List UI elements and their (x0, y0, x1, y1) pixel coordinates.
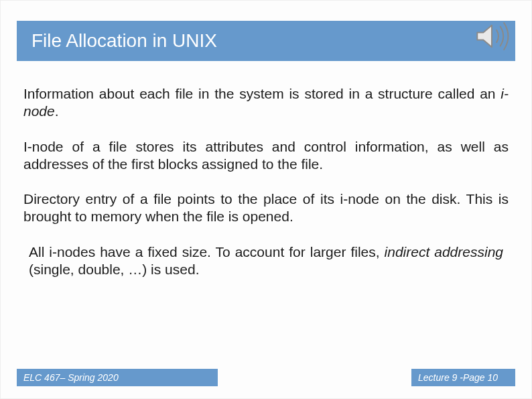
slide: File Allocation in UNIX Information abou… (0, 0, 532, 399)
speaker-icon (472, 17, 511, 56)
p1-text-a: Information about each file in the syste… (23, 86, 501, 101)
slide-body: Information about each file in the syste… (23, 85, 509, 296)
footer-right: Lecture 9 -Page 10 (411, 369, 515, 386)
p4-text-c: (single, double, …) is used. (29, 262, 199, 277)
paragraph-1: Information about each file in the syste… (23, 85, 509, 121)
paragraph-2: I-node of a file stores its attributes a… (23, 138, 509, 174)
p4-indirect-term: indirect addressing (385, 244, 503, 260)
footer-right-text: Lecture 9 -Page 10 (418, 372, 498, 383)
paragraph-3: Directory entry of a file points to the … (23, 190, 509, 226)
title-bar: File Allocation in UNIX (17, 21, 515, 61)
slide-title: File Allocation in UNIX (31, 30, 217, 52)
footer-left: ELC 467– Spring 2020 (17, 369, 218, 386)
paragraph-4: All i-nodes have a fixed size. To accoun… (29, 243, 503, 279)
footer-left-text: ELC 467– Spring 2020 (23, 372, 119, 383)
p1-text-c: . (55, 103, 59, 119)
p4-text-a: All i-nodes have a fixed size. To accoun… (29, 244, 385, 260)
